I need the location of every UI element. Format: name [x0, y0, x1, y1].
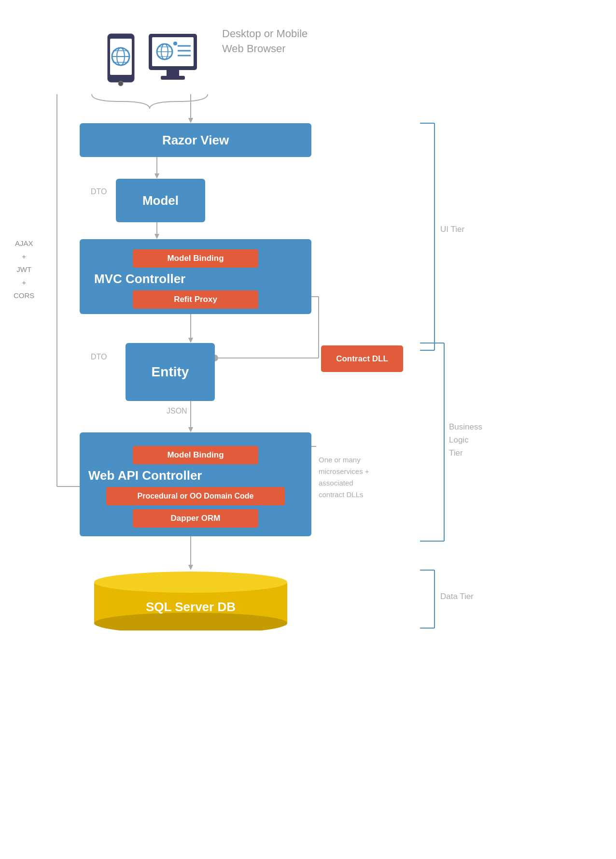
phone-icon: [105, 31, 141, 94]
svg-point-50: [173, 42, 177, 45]
svg-marker-14: [188, 338, 193, 343]
contract-dll-box: Contract DLL: [321, 345, 403, 372]
dto-label-2: DTO: [91, 353, 107, 361]
svg-text:SQL Server DB: SQL Server DB: [146, 600, 236, 614]
diagram-container: Desktop or Mobile Web Browser AJAX + JWT…: [0, 0, 616, 859]
svg-marker-16: [188, 427, 193, 432]
business-logic-tier-label: Business Logic Tier: [449, 420, 482, 460]
json-label: JSON: [167, 407, 187, 415]
svg-rect-40: [167, 70, 179, 76]
svg-marker-3: [188, 118, 193, 123]
sql-server-db: SQL Server DB: [84, 568, 297, 630]
ui-tier-label: UI Tier: [440, 225, 464, 234]
web-api-controller-box: Model Binding Web API Controller Procedu…: [80, 432, 311, 536]
model-binding-1-box: Model Binding: [133, 249, 258, 268]
data-tier-label: Data Tier: [440, 592, 474, 601]
svg-marker-5: [154, 173, 159, 179]
browser-icons: [92, 14, 212, 94]
microservices-label: One or many microservices + associated c…: [319, 454, 406, 501]
refit-proxy-box: Refit Proxy: [133, 290, 258, 309]
monitor-icon: [146, 31, 199, 94]
razor-view-box: Razor View: [80, 123, 311, 157]
browser-label: Desktop or Mobile Web Browser: [222, 27, 308, 57]
svg-rect-41: [161, 76, 185, 80]
model-binding-2-box: Model Binding: [133, 446, 258, 464]
dto-label-1: DTO: [91, 187, 107, 196]
dapper-orm-box: Dapper ORM: [133, 509, 258, 528]
svg-marker-7: [154, 234, 159, 239]
entity-box: Entity: [126, 343, 215, 401]
web-api-controller-label: Web API Controller: [80, 468, 202, 483]
model-box: Model: [116, 179, 205, 222]
svg-point-37: [118, 81, 123, 86]
mvc-controller-box: Model Binding MVC Controller Refit Proxy: [80, 239, 311, 314]
ajax-label: AJAX + JWT + CORS: [14, 237, 34, 302]
db-cylinder-svg: SQL Server DB: [84, 568, 297, 630]
svg-point-53: [94, 572, 287, 593]
procedural-code-box: Procedural or OO Domain Code: [106, 487, 285, 505]
mvc-controller-label: MVC Controller: [80, 272, 185, 286]
